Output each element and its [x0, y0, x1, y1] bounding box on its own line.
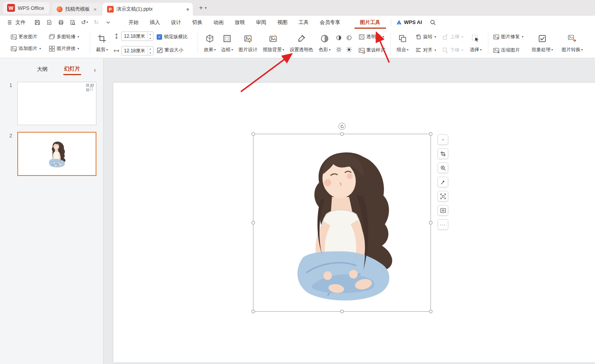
- decrease-contrast-button[interactable]: [344, 32, 354, 44]
- reset-size-button[interactable]: 重设大小: [157, 45, 188, 55]
- file-menu-button[interactable]: 文件: [0, 19, 30, 26]
- align-button[interactable]: 对齐 ▾: [413, 45, 438, 55]
- effect-button[interactable]: 效果▾: [201, 31, 218, 55]
- output-button[interactable]: [44, 18, 54, 27]
- new-tab-button[interactable]: +: [198, 4, 205, 12]
- zoom-quick-button[interactable]: [438, 163, 448, 173]
- print-button[interactable]: [56, 18, 66, 27]
- resize-handle-n[interactable]: [340, 132, 344, 136]
- chevron-down-icon: ▾: [480, 48, 482, 52]
- color-button[interactable]: 色彩▾: [316, 31, 333, 55]
- editing-canvas[interactable]: 极光下载站 www.xz7.com −: [103, 58, 595, 364]
- menu-item-picture-tools[interactable]: 图片工具: [355, 16, 386, 29]
- menu-item-tools[interactable]: 工具: [293, 16, 314, 29]
- move-up-icon: [442, 34, 449, 40]
- resize-handle-e[interactable]: [429, 221, 432, 225]
- width-input[interactable]: 12.18厘米 ▲▼: [121, 46, 153, 55]
- menu-item-review[interactable]: 审阅: [251, 16, 272, 29]
- chevron-down-icon: ▾: [106, 48, 108, 52]
- picture-convert-button[interactable]: 图片转换▾: [559, 31, 585, 55]
- slide-thumbnail-2[interactable]: [17, 132, 96, 176]
- menu-item-design[interactable]: 设计: [166, 16, 187, 29]
- redo-button[interactable]: ↻: [92, 18, 101, 27]
- resize-handle-sw[interactable]: [251, 310, 255, 313]
- multi-carousel-button[interactable]: 多图轮播 ▾: [47, 31, 81, 42]
- girl-illustration-image[interactable]: [256, 137, 428, 309]
- qr-code-icon: [86, 84, 94, 91]
- collapse-toolbar-button[interactable]: −: [438, 134, 448, 145]
- rotate-handle[interactable]: [338, 123, 346, 130]
- resize-handle-se[interactable]: [429, 310, 432, 313]
- group-button[interactable]: 组合▾: [394, 31, 411, 55]
- slides-panel: 大纲 幻灯片 ‹ 1 2: [0, 58, 103, 364]
- menu-item-home[interactable]: 开始: [123, 16, 144, 29]
- picture-design-button[interactable]: 图片设计: [236, 31, 260, 55]
- tab-list-chevron-icon[interactable]: ▾: [205, 6, 207, 10]
- picture-repair-button[interactable]: 图片修复 ▾: [491, 31, 525, 42]
- collapse-panel-button[interactable]: ‹: [94, 66, 96, 74]
- menu-item-transition[interactable]: 切换: [187, 16, 208, 29]
- reset-size-icon: [157, 47, 163, 54]
- move-up-button[interactable]: 上移 ▾: [440, 31, 465, 42]
- chevron-down-icon: ▾: [382, 35, 384, 39]
- resize-handle-s[interactable]: [340, 310, 344, 313]
- checkbox-checked-icon[interactable]: ✓: [157, 34, 162, 40]
- slide-thumbnail-1[interactable]: [17, 82, 96, 125]
- resize-handle-w[interactable]: [251, 221, 255, 225]
- compress-picture-button[interactable]: 压缩图片: [491, 45, 525, 55]
- lock-aspect-checkbox[interactable]: ✓ 锁定纵横比: [157, 31, 188, 42]
- remove-background-button[interactable]: 抠除背景▾: [261, 31, 286, 55]
- wps-ai-button[interactable]: WPS AI: [396, 19, 422, 26]
- tab-slides[interactable]: 幻灯片: [63, 64, 81, 75]
- customize-toolbar-chevron[interactable]: [103, 18, 113, 27]
- menu-item-animation[interactable]: 动画: [208, 16, 229, 29]
- menu-items: 开始 插入 设计 切换 动画 放映 审阅 视图 工具 会员专享 图片工具 WPS…: [123, 16, 438, 29]
- decrease-brightness-button[interactable]: [344, 44, 354, 55]
- menu-item-insert[interactable]: 插入: [144, 16, 166, 29]
- reset-style-button[interactable]: 重设样式: [357, 45, 387, 55]
- resize-handle-ne[interactable]: [429, 132, 432, 136]
- change-picture-button[interactable]: 更改图片: [9, 31, 43, 42]
- document-tab-presentation[interactable]: P 演示文稿(1).pptx: [102, 3, 193, 16]
- resize-handle-nw[interactable]: [251, 132, 255, 136]
- search-button[interactable]: [428, 18, 438, 27]
- increase-contrast-button[interactable]: [334, 32, 344, 44]
- menu-item-slideshow[interactable]: 放映: [229, 16, 251, 29]
- preview-quick-button[interactable]: [438, 205, 448, 216]
- multi-carousel-icon: [49, 34, 55, 40]
- add-picture-button[interactable]: 添加图片 ▾: [9, 43, 43, 54]
- tab-outline[interactable]: 大纲: [36, 64, 48, 74]
- chevron-down-icon: ▾: [87, 21, 88, 24]
- border-button[interactable]: 边框▾: [219, 31, 235, 55]
- transparency-button[interactable]: 透明度 ▾: [357, 31, 387, 42]
- batch-process-button[interactable]: 批量处理▾: [529, 31, 555, 55]
- height-input[interactable]: 12.18厘米 ▲▼: [121, 31, 153, 41]
- height-stepper[interactable]: ▲▼: [147, 32, 153, 41]
- increase-brightness-button[interactable]: [334, 44, 344, 55]
- save-button[interactable]: [33, 18, 42, 27]
- crop-button[interactable]: 裁剪▾: [94, 31, 110, 55]
- fit-quick-button[interactable]: [438, 191, 448, 201]
- menu-item-view[interactable]: 视图: [272, 16, 293, 29]
- undo-button[interactable]: ↺ ▾: [80, 18, 89, 27]
- chevron-down-icon: ▾: [434, 35, 436, 39]
- set-transparent-color-button[interactable]: 设置透明色: [287, 31, 316, 55]
- crop-quick-button[interactable]: [438, 148, 448, 159]
- compress-picture-icon: [493, 47, 499, 54]
- selected-picture[interactable]: [253, 134, 431, 312]
- select-button[interactable]: 选择▾: [468, 31, 484, 55]
- matting-quick-button[interactable]: [438, 177, 448, 187]
- ribbon-separator: [390, 32, 391, 54]
- print-preview-button[interactable]: [68, 18, 78, 27]
- image-stitch-button[interactable]: 图片拼接 ▾: [47, 43, 81, 54]
- menu-item-member[interactable]: 会员专享: [314, 16, 346, 29]
- document-tab-template-site[interactable]: 找稿壳模板 ×: [52, 3, 102, 16]
- width-stepper[interactable]: ▲▼: [147, 46, 153, 55]
- unsaved-dot-icon: [187, 8, 189, 11]
- more-tools-button[interactable]: ···: [438, 219, 448, 230]
- move-down-button[interactable]: 下移 ▾: [440, 45, 465, 55]
- app-menu-button[interactable]: W WPS Office: [3, 2, 50, 14]
- picture-floating-toolbar: − ···: [438, 134, 448, 230]
- close-icon[interactable]: ×: [92, 7, 97, 12]
- rotate-button[interactable]: 旋转 ▾: [413, 31, 438, 42]
